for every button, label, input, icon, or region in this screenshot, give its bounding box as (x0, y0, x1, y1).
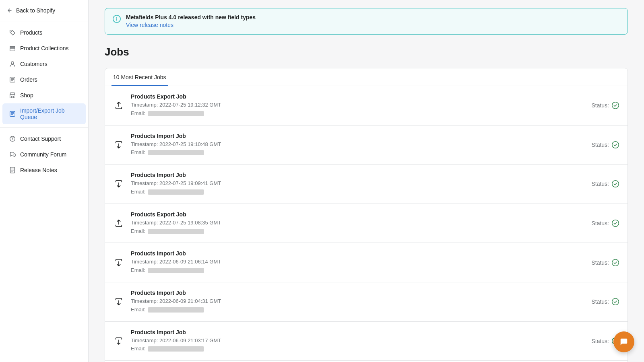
job-name: Products Export Job (131, 211, 585, 218)
sidebar-item-label: Community Forum (20, 151, 66, 158)
job-type-icon (113, 218, 124, 229)
job-type-icon (113, 178, 124, 189)
job-status: Status: (591, 101, 619, 109)
jobs-list: Products Export Job Timestamp: 2022-07-2… (105, 86, 627, 362)
job-row[interactable]: Products Import Job Timestamp: 2022-07-2… (105, 125, 627, 165)
job-details: Products Export Job Timestamp: 2022-07-2… (131, 211, 585, 236)
status-label: Status: (591, 338, 609, 344)
info-icon (112, 14, 121, 23)
import-icon (114, 297, 123, 306)
back-to-shopify-button[interactable]: Back to Shopify (0, 0, 88, 21)
sidebar-item-label: Products (20, 29, 42, 36)
jobs-tabs: 10 Most Recent Jobs (105, 68, 627, 86)
notes-icon (9, 167, 16, 174)
job-email: Email: (131, 109, 585, 118)
status-label: Status: (591, 259, 609, 266)
import-export-icon (9, 110, 16, 117)
job-email: Email: (131, 148, 585, 157)
status-check-icon (611, 219, 619, 227)
job-row[interactable]: Products Import Job Timestamp: 2022-07-2… (105, 165, 627, 204)
status-check-icon (611, 298, 619, 306)
import-icon (114, 258, 123, 267)
sidebar-divider (0, 128, 88, 128)
job-status: Status: (591, 141, 619, 149)
job-details: Products Export Job Timestamp: 2022-07-2… (131, 93, 585, 118)
sidebar-item-community-forum[interactable]: Community Forum (2, 147, 86, 162)
job-status: Status: (591, 219, 619, 227)
jobs-card: 10 Most Recent Jobs Products Export Job … (105, 68, 628, 362)
sidebar-item-release-notes[interactable]: Release Notes (2, 162, 86, 178)
job-timestamp: Timestamp: 2022-07-25 19:09:41 GMT (131, 179, 585, 188)
job-email-value (148, 111, 204, 116)
sidebar-item-customers[interactable]: Customers (2, 56, 86, 72)
svg-point-14 (612, 259, 619, 266)
job-name: Products Import Job (131, 329, 585, 335)
arrow-left-icon (6, 7, 13, 14)
banner-title: Metafields Plus 4.0 released with new fi… (126, 14, 256, 21)
svg-point-11 (612, 142, 619, 148)
svg-rect-2 (10, 48, 15, 51)
job-name: Products Import Job (131, 250, 585, 257)
status-check-icon (611, 101, 619, 109)
job-email: Email: (131, 345, 585, 353)
svg-point-0 (11, 31, 12, 32)
view-release-notes-link[interactable]: View release notes (126, 22, 173, 28)
job-details: Products Import Job Timestamp: 2022-07-2… (131, 133, 585, 157)
job-row[interactable]: Products Import Job Timestamp: 2022-06-0… (105, 282, 627, 322)
back-label: Back to Shopify (16, 7, 55, 14)
status-label: Status: (591, 181, 609, 187)
tab-recent-jobs[interactable]: 10 Most Recent Jobs (111, 68, 168, 86)
job-timestamp: Timestamp: 2022-07-25 19:08:35 GMT (131, 219, 585, 227)
sidebar-item-orders[interactable]: Orders (2, 72, 86, 87)
sidebar-item-label: Shop (20, 92, 33, 99)
sidebar-item-product-collections[interactable]: Product Collections (2, 41, 86, 56)
job-email-value (148, 189, 204, 195)
job-details: Products Import Job Timestamp: 2022-06-0… (131, 250, 585, 275)
orders-icon (9, 76, 16, 83)
job-type-icon (113, 100, 124, 111)
job-type-icon (113, 335, 124, 347)
svg-rect-6 (10, 111, 15, 117)
sidebar-item-contact-support[interactable]: Contact Support (2, 131, 86, 146)
import-icon (114, 337, 123, 346)
status-check-icon (611, 141, 619, 149)
sidebar-item-label: Contact Support (20, 136, 61, 142)
job-name: Products Export Job (131, 93, 585, 100)
sidebar-item-label: Release Notes (20, 167, 57, 173)
job-status: Status: (591, 259, 619, 267)
job-email-value (148, 229, 204, 234)
job-row[interactable]: Products Export Job Timestamp: 2022-07-2… (105, 86, 627, 125)
job-status: Status: (591, 298, 619, 306)
job-email-value (148, 307, 204, 313)
banner-text: Metafields Plus 4.0 released with new fi… (126, 14, 256, 29)
job-row[interactable]: Products Import Job Timestamp: 2022-06-0… (105, 243, 627, 282)
sidebar-item-shop[interactable]: Shop (2, 88, 86, 103)
job-row[interactable]: Products Export Job Timestamp: 2022-07-2… (105, 204, 627, 243)
job-email: Email: (131, 306, 585, 314)
sidebar-item-products[interactable]: Products (2, 25, 86, 40)
job-type-icon (113, 296, 124, 307)
sidebar-item-import-export[interactable]: Import/Export Job Queue (2, 103, 86, 124)
shop-icon (9, 92, 16, 99)
svg-rect-1 (10, 47, 15, 48)
job-email-value (148, 346, 204, 352)
page-title: Jobs (105, 46, 628, 58)
svg-point-3 (11, 62, 14, 64)
sidebar-item-label: Orders (20, 76, 37, 83)
sidebar-nav: Products Product Collections Customers O… (0, 21, 88, 181)
sidebar-item-label: Product Collections (20, 45, 69, 51)
tag-icon (9, 29, 16, 36)
import-icon (114, 140, 123, 149)
status-label: Status: (591, 298, 609, 305)
export-icon (114, 219, 123, 228)
svg-point-12 (612, 181, 619, 187)
job-row[interactable]: Products Import Job Timestamp: 2022-06-0… (105, 322, 627, 361)
main-content: Metafields Plus 4.0 released with new fi… (89, 0, 644, 362)
job-details: Products Import Job Timestamp: 2022-07-2… (131, 172, 585, 196)
job-status: Status: (591, 180, 619, 188)
job-email-value (148, 268, 204, 273)
chat-button[interactable] (613, 331, 634, 352)
status-label: Status: (591, 220, 609, 226)
customer-icon (9, 60, 16, 68)
chat-icon (619, 337, 628, 346)
